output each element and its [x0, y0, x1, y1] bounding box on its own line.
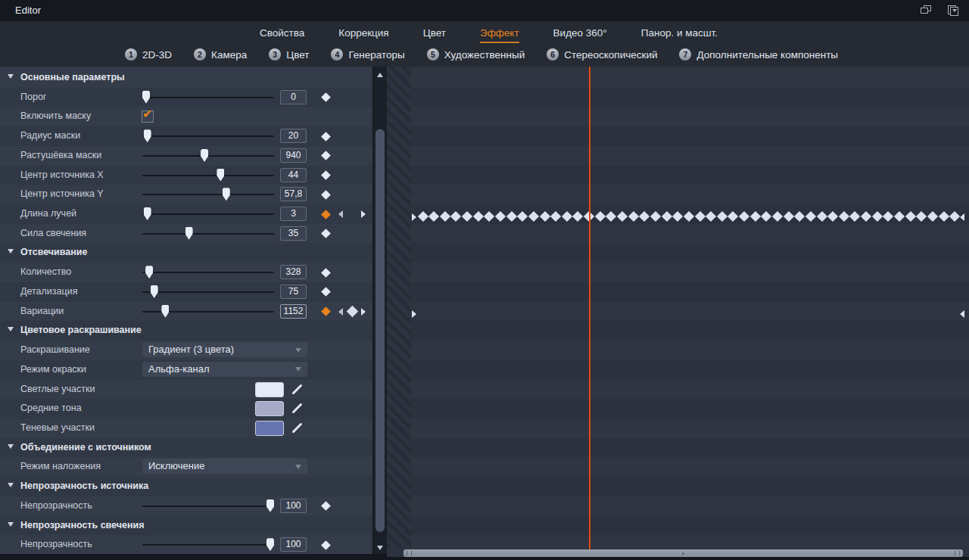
subtab-additional-components[interactable]: 7Дополнительные компоненты [679, 48, 838, 61]
slider-thumb[interactable] [161, 305, 169, 318]
keyframe-diamond[interactable] [473, 211, 484, 222]
prev-keyframe-icon[interactable] [338, 210, 343, 218]
glow-strength-slider[interactable] [142, 224, 274, 244]
source-center-x-slider[interactable] [142, 166, 274, 185]
edit-color-pencil-icon[interactable] [288, 420, 305, 437]
keyframe-diamond[interactable] [550, 211, 561, 222]
glow-opacity-slider[interactable] [142, 535, 274, 554]
next-keyframe-icon[interactable] [361, 210, 366, 218]
keyframe-toggle-icon[interactable] [321, 170, 331, 180]
slider-thumb[interactable] [266, 499, 274, 512]
keyframe-toggle-icon[interactable] [321, 151, 331, 161]
detail-slider[interactable] [142, 282, 274, 302]
scroll-down-icon[interactable] [377, 546, 383, 550]
next-keyframe-icon[interactable] [361, 308, 366, 316]
keyframe-toggle-icon[interactable] [321, 92, 331, 102]
keyframe-diamond[interactable] [484, 211, 494, 222]
keyframe-toggle-icon[interactable] [321, 132, 331, 142]
keyframe-toggle-icon[interactable] [321, 501, 331, 511]
keyframe-diamond[interactable] [428, 211, 439, 222]
keyframe-diamond[interactable] [617, 211, 628, 222]
subtab-generators[interactable]: 4Генераторы [331, 48, 404, 61]
slider-thumb[interactable] [144, 207, 151, 220]
collapse-triangle-icon[interactable] [8, 522, 14, 527]
keyframe-diamond[interactable] [728, 211, 738, 222]
amount-slider[interactable] [142, 263, 274, 282]
keyframe-diamond[interactable] [894, 211, 905, 222]
subtab-color[interactable]: 3Цвет [269, 48, 309, 61]
keyframe-diamond[interactable] [539, 211, 550, 222]
scrollbar-right-grip[interactable] [955, 551, 960, 555]
slider-thumb[interactable] [185, 227, 193, 240]
keyframe-diamond[interactable] [628, 211, 639, 222]
subtab-camera[interactable]: 2Камера [194, 48, 247, 61]
keyframe-diamond[interactable] [927, 211, 938, 222]
source-opacity-slider[interactable] [142, 496, 274, 516]
keyframe-diamond[interactable] [816, 211, 827, 222]
keyframe-diamond[interactable] [772, 211, 783, 222]
scroll-up-icon[interactable] [377, 73, 383, 77]
track-end-arrow-icon[interactable] [960, 310, 964, 318]
keyframe-diamond[interactable] [462, 211, 472, 222]
track-start-arrow-icon[interactable] [412, 213, 416, 221]
keyframe-diamond[interactable] [672, 211, 683, 222]
add-keyframe-icon[interactable] [347, 306, 359, 318]
slider-thumb[interactable] [144, 129, 151, 142]
keyframe-diamond[interactable] [662, 211, 672, 222]
snapshot-copy-icon[interactable] [948, 5, 958, 15]
slider-thumb[interactable] [145, 266, 153, 278]
blend-mode-dropdown[interactable]: Исключение [142, 459, 307, 474]
source-opacity-value-input[interactable]: 100 [280, 499, 307, 513]
keyframe-diamond[interactable] [739, 211, 749, 222]
keyframe-toggle-icon[interactable] [321, 229, 331, 238]
track-end-arrow-icon[interactable] [960, 213, 964, 221]
keyframe-diamond[interactable] [905, 211, 916, 222]
collapse-triangle-icon[interactable] [8, 483, 14, 487]
slider-thumb[interactable] [266, 538, 274, 551]
tinting-dropdown[interactable]: Градиент (3 цвета) [142, 342, 307, 357]
keyframe-timeline[interactable] [387, 67, 969, 560]
slider-thumb[interactable] [151, 285, 158, 298]
track-start-arrow-icon[interactable] [412, 310, 416, 318]
keyframe-diamond[interactable] [684, 211, 694, 222]
keyframe-diamond[interactable] [916, 211, 927, 222]
mask-feather-slider[interactable] [142, 146, 274, 166]
mask-feather-value-input[interactable]: 940 [280, 148, 307, 163]
keyframe-diamond[interactable] [694, 211, 705, 222]
tab-video-360[interactable]: Видео 360° [553, 27, 607, 43]
panel-scrollbar-thumb[interactable] [375, 129, 385, 532]
subtab-stereoscopic[interactable]: 6Стереоскопический [547, 48, 657, 61]
ray-length-value-input[interactable]: 3 [280, 207, 307, 221]
subtab-artistic[interactable]: 5Художественный [427, 48, 525, 61]
timeline-scrollbar[interactable] [403, 549, 963, 557]
shadows-color-swatch[interactable] [255, 421, 284, 436]
source-center-x-value-input[interactable]: 44 [280, 168, 307, 182]
collapse-triangle-icon[interactable] [8, 444, 14, 449]
edit-color-pencil-icon[interactable] [288, 400, 305, 417]
keyframe-diamond[interactable] [750, 211, 761, 222]
keyframe-diamond[interactable] [440, 211, 450, 222]
slider-thumb[interactable] [223, 188, 230, 201]
variations-slider[interactable] [142, 302, 274, 322]
tab-color[interactable]: Цвет [423, 27, 446, 43]
tab-pan-zoom[interactable]: Панор. и масшт. [641, 27, 718, 43]
keyframe-diamond[interactable] [949, 211, 960, 222]
keyframe-toggle-icon[interactable] [321, 288, 331, 297]
glow-strength-value-input[interactable]: 35 [280, 226, 307, 241]
detail-value-input[interactable]: 75 [280, 285, 307, 299]
playhead[interactable] [589, 67, 590, 549]
mask-radius-slider[interactable] [142, 126, 274, 146]
source-center-y-slider[interactable] [142, 185, 274, 204]
keyframe-diamond[interactable] [827, 211, 838, 222]
collapse-triangle-icon[interactable] [8, 74, 14, 79]
keyframe-toggle-icon[interactable] [321, 210, 331, 219]
prev-keyframe-icon[interactable] [338, 308, 343, 316]
keyframe-diamond[interactable] [717, 211, 728, 222]
keyframe-diamond[interactable] [506, 211, 517, 222]
keyframe-diamond[interactable] [650, 211, 661, 222]
row-section-glow-opacity[interactable]: Непрозрачность свечения [0, 516, 372, 536]
keyframe-diamond[interactable] [517, 211, 528, 222]
row-section-flare[interactable]: Отсвечивание [0, 243, 372, 263]
keyframe-diamond[interactable] [450, 211, 461, 222]
keyframe-diamond[interactable] [528, 211, 539, 222]
